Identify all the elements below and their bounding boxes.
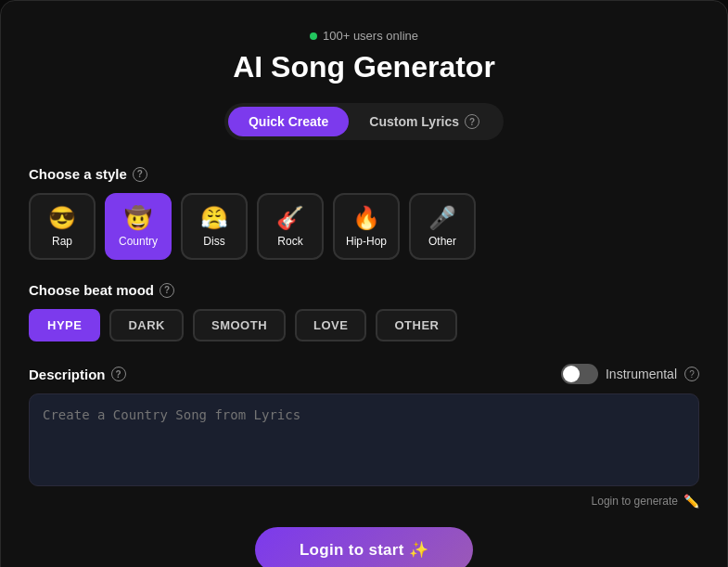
custom-lyrics-info-icon: ? — [465, 114, 479, 129]
instrumental-toggle[interactable] — [561, 364, 598, 384]
online-indicator: 100+ users online — [29, 29, 699, 43]
online-text: 100+ users online — [323, 29, 418, 43]
mood-love[interactable]: LOVE — [295, 309, 366, 341]
style-grid: 😎 Rap 🤠 Country 😤 Diss 🎸 Rock 🔥 Hip-Hop … — [29, 193, 699, 260]
desc-help-icon[interactable]: ? — [111, 367, 126, 381]
online-dot — [310, 32, 317, 40]
diss-emoji: 😤 — [200, 205, 228, 231]
mood-hype[interactable]: HYPE — [29, 309, 100, 341]
style-card-rock[interactable]: 🎸 Rock — [257, 193, 324, 260]
style-card-hiphop[interactable]: 🔥 Hip-Hop — [333, 193, 400, 260]
login-to-generate-text: Login to generate — [592, 495, 678, 508]
mood-other[interactable]: OTHER — [376, 309, 457, 341]
diss-label: Diss — [203, 235, 224, 248]
instrumental-group: Instrumental ? — [561, 364, 699, 384]
style-help-icon[interactable]: ? — [133, 167, 147, 182]
hiphop-emoji: 🔥 — [352, 205, 380, 231]
instrumental-help-icon[interactable]: ? — [684, 367, 699, 381]
pencil-icon: ✏️ — [683, 494, 699, 509]
style-card-rap[interactable]: 😎 Rap — [29, 193, 96, 260]
style-card-diss[interactable]: 😤 Diss — [181, 193, 248, 260]
tab-bar: Quick Create Custom Lyrics ? — [224, 103, 504, 140]
mood-section-label: Choose beat mood ? — [29, 282, 699, 298]
hiphop-label: Hip-Hop — [346, 235, 387, 248]
tab-quick-create[interactable]: Quick Create — [228, 107, 349, 136]
country-label: Country — [119, 235, 158, 248]
rock-label: Rock — [277, 235, 302, 248]
style-card-other[interactable]: 🎤 Other — [409, 193, 476, 260]
mood-smooth[interactable]: SMOOTH — [193, 309, 286, 341]
other-label: Other — [428, 235, 456, 248]
style-card-country[interactable]: 🤠 Country — [105, 193, 172, 260]
main-window: 100+ users online AI Song Generator Quic… — [0, 0, 728, 567]
rap-emoji: 😎 — [48, 205, 76, 231]
other-emoji: 🎤 — [428, 205, 456, 231]
mood-dark[interactable]: DARK — [109, 309, 184, 341]
login-to-start-button[interactable]: Login to start ✨ — [255, 527, 473, 567]
style-section-label: Choose a style ? — [29, 166, 699, 182]
country-emoji: 🤠 — [124, 205, 152, 231]
mood-grid: HYPE DARK SMOOTH LOVE OTHER — [29, 309, 699, 341]
desc-footer: Login to generate ✏️ — [29, 494, 699, 509]
mood-help-icon[interactable]: ? — [160, 283, 174, 298]
rock-emoji: 🎸 — [276, 205, 304, 231]
tab-custom-lyrics[interactable]: Custom Lyrics ? — [349, 107, 500, 136]
description-input[interactable] — [29, 393, 699, 486]
rap-label: Rap — [52, 235, 72, 248]
page-title: AI Song Generator — [29, 50, 699, 84]
description-label-group: Description ? — [29, 367, 126, 382]
description-header: Description ? Instrumental ? — [29, 364, 699, 384]
